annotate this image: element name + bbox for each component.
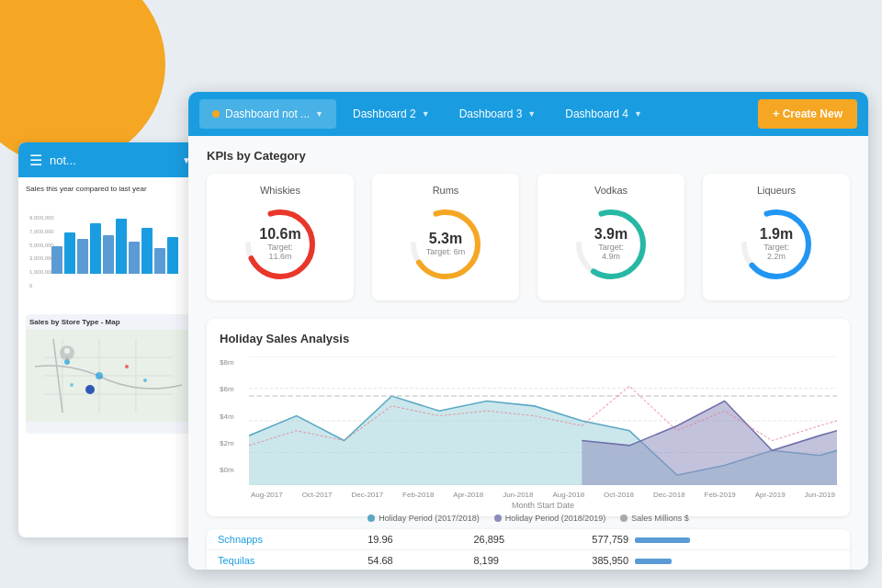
svg-point-7 [96, 372, 103, 379]
legend-label-3: Sales Millions $ [631, 514, 689, 523]
x-axis-labels: Aug-2017 Oct-2017 Dec-2017 Feb-2018 Apr-… [249, 491, 837, 499]
bar-feb2 [90, 223, 101, 274]
kpi-liqueurs-value: 1.9m [756, 226, 797, 243]
legend-item-2: Holiday Period (2018/2019) [494, 514, 606, 523]
legend-label-1: Holiday Period (2017/2018) [379, 514, 480, 523]
bar-apr2 [141, 228, 153, 274]
chevron-down-icon-4: ▼ [634, 109, 642, 119]
map-background [26, 330, 195, 422]
create-new-button[interactable]: + Create New [758, 99, 857, 129]
kpi-liqueurs: Liqueurs 1.9m Target: 2.2m [703, 174, 850, 300]
hamburger-icon[interactable]: ☰ [29, 152, 42, 169]
bar-may2 [167, 237, 178, 274]
bar-mar [103, 235, 114, 274]
data-table: Schnapps 19.96 26,895 577,759 Tequilas 5… [207, 529, 850, 570]
kpi-liqueurs-target: Target: 2.2m [756, 243, 797, 261]
kpi-whiskies-label: Whiskies [218, 185, 343, 196]
bar-may [154, 248, 165, 274]
kpi-vodkas-target: Target: 4.9m [591, 243, 632, 261]
kpi-row: Whiskies 10.6m Target: 11.6m R [207, 174, 850, 300]
holiday-chart-title: Holiday Sales Analysis [220, 332, 837, 345]
kpi-rums: Rums 5.3m Target: 6m [372, 174, 519, 300]
kpi-vodkas-value: 3.9m [591, 226, 632, 243]
kpis-section-title: KPIs by Category [207, 149, 850, 163]
gauge-whiskies: 10.6m Target: 11.6m [239, 203, 322, 286]
kpi-rums-target: Target: 6m [426, 247, 466, 256]
sidebar-panel: ☰ not... ▼ Sales this year compared to l… [18, 142, 202, 537]
row-col2-schnapps: 19.96 [356, 529, 462, 550]
tab-dashboard-1[interactable]: Dashboard not ... ▼ [199, 99, 336, 129]
kpi-vodkas: Vodkas 3.9m Target: 4.9m [537, 174, 684, 300]
legend-dot-3 [620, 514, 628, 522]
orange-circle-decoration [0, 0, 165, 165]
svg-point-13 [64, 348, 70, 354]
chart-inner: $8m $6m $4m $2m $0m [220, 356, 837, 510]
sidebar-bar-chart: 9,000,000 7,000,000 5,000,000 3,000,000 … [26, 197, 195, 307]
chevron-down-icon-2: ▼ [422, 109, 430, 119]
row-name-schnapps[interactable]: Schnapps [207, 529, 356, 550]
bar-mar2 [116, 219, 127, 274]
kpis-section: KPIs by Category Whiskies 10.6m Target: … [207, 149, 850, 300]
gauge-liqueurs: 1.9m Target: 2.2m [735, 203, 818, 286]
svg-point-8 [125, 365, 129, 368]
bar-feb [77, 239, 88, 274]
holiday-chart-area: $8m $6m $4m $2m $0m [220, 356, 837, 503]
holiday-chart-section: Holiday Sales Analysis $8m $6m $4m $2m $… [207, 319, 850, 516]
row-col3-tequilas: 8,199 [462, 550, 581, 571]
bar-apr [129, 242, 140, 274]
dashboard-body: KPIs by Category Whiskies 10.6m Target: … [188, 136, 868, 570]
kpi-liqueurs-label: Liqueurs [714, 185, 839, 196]
y-axis-labels: $8m $6m $4m $2m $0m [220, 356, 234, 476]
nav-bar: Dashboard not ... ▼ Dashboard 2 ▼ Dashbo… [188, 92, 868, 136]
kpi-whiskies-target: Target: 11.6m [259, 243, 300, 261]
gauge-rums-text: 5.3m Target: 6m [426, 231, 466, 256]
kpi-vodkas-label: Vodkas [548, 185, 673, 196]
row-name-tequilas[interactable]: Tequilas [207, 550, 356, 571]
x-axis-title: Month Start Date [249, 501, 837, 510]
map-svg [26, 330, 195, 422]
main-dashboard-panel: Dashboard not ... ▼ Dashboard 2 ▼ Dashbo… [188, 92, 868, 570]
sidebar-chart-title: Sales this year compared to last year [26, 185, 195, 193]
tab-dashboard-3[interactable]: Dashboard 3 ▼ [447, 99, 549, 129]
table-row: Tequilas 54.68 8,199 385,950 [207, 550, 850, 571]
bar-schnapps [635, 537, 690, 543]
legend-dot-1 [368, 514, 375, 522]
bar-tequilas [635, 559, 672, 564]
table-row: Schnapps 19.96 26,895 577,759 [207, 529, 850, 550]
sidebar-y-axis: 9,000,000 7,000,000 5,000,000 3,000,000 … [29, 215, 54, 288]
row-col3-schnapps: 26,895 [462, 529, 581, 550]
legend-dot-2 [494, 514, 502, 522]
row-col2-tequilas: 54.68 [356, 550, 462, 571]
legend-label-2: Holiday Period (2018/2019) [505, 514, 606, 523]
chart-legend: Holiday Period (2017/2018) Holiday Perio… [220, 514, 837, 523]
holiday-chart-svg [249, 356, 837, 485]
legend-item-3: Sales Millions $ [620, 514, 689, 523]
gauge-liqueurs-text: 1.9m Target: 2.2m [756, 226, 797, 261]
gauge-vodkas: 3.9m Target: 4.9m [570, 203, 652, 286]
svg-point-11 [70, 383, 74, 387]
chevron-down-icon-3: ▼ [527, 109, 536, 119]
chevron-down-icon: ▼ [315, 109, 323, 119]
table-body: Schnapps 19.96 26,895 577,759 Tequilas 5… [207, 529, 850, 570]
sidebar-topbar[interactable]: ☰ not... ▼ [18, 142, 202, 177]
gauge-vodkas-text: 3.9m Target: 4.9m [591, 226, 632, 261]
tab-dashboard-2[interactable]: Dashboard 2 ▼ [340, 99, 443, 129]
sidebar-map: Sales by Store Type - Map [26, 314, 195, 434]
gauge-whiskies-text: 10.6m Target: 11.6m [259, 226, 300, 261]
kpi-rums-label: Rums [383, 185, 508, 196]
svg-point-10 [143, 379, 147, 382]
gauge-rums: 5.3m Target: 6m [404, 203, 487, 286]
tab-dashboard-4[interactable]: Dashboard 4 ▼ [552, 99, 655, 129]
kpi-rums-value: 5.3m [426, 231, 466, 247]
tab-dot-icon [212, 110, 220, 118]
kpi-whiskies-value: 10.6m [259, 226, 300, 243]
bar-jan2 [64, 232, 75, 274]
kpi-whiskies: Whiskies 10.6m Target: 11.6m [207, 174, 354, 300]
sidebar-title: not... [50, 153, 76, 167]
row-col4-schnapps: 577,759 [581, 529, 850, 550]
legend-item-1: Holiday Period (2017/2018) [368, 514, 480, 523]
sidebar-content: Sales this year compared to last year 9,… [18, 177, 202, 441]
data-table-section: Schnapps 19.96 26,895 577,759 Tequilas 5… [207, 529, 850, 570]
row-col4-tequilas: 385,950 [581, 550, 850, 571]
svg-point-9 [85, 385, 95, 394]
